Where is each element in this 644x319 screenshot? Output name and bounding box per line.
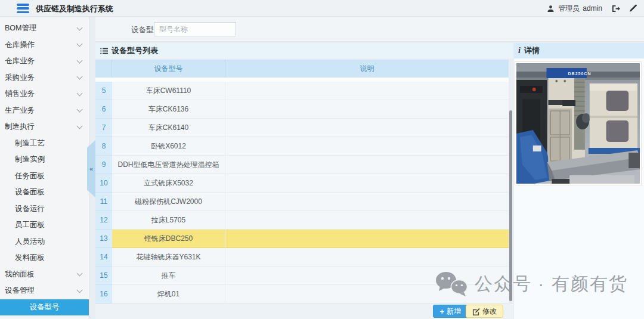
table-row[interactable]: 9 DDH型低电压管道热处理温控箱 [95,156,509,174]
user-icon [546,4,555,13]
table-scrollbar-track[interactable] [509,60,513,304]
list-icon [100,48,108,54]
sidebar-collapse-handle[interactable]: « [87,140,95,197]
add-button[interactable]: + 新增 [433,305,467,318]
sidebar-item-device-model-active[interactable]: 设备型号 [0,299,89,315]
chevron-down-icon [78,107,82,112]
detail-title: 详情 [524,45,540,56]
column-header-model[interactable]: 设备型号 [112,60,225,78]
sidebar-item-mfg-execution[interactable]: 制造执行 [0,119,89,135]
top-bar: 供应链及制造执行系统 管理员 admin [0,0,644,17]
table-row[interactable]: 12 拉床L5705 [95,211,509,230]
chevron-down-icon [78,42,82,46]
table-header-gap [95,78,509,82]
list-title: 设备型号列表 [112,45,158,56]
app-title: 供应链及制造执行系统 [36,4,113,14]
table-scrollbar-thumb[interactable] [509,110,512,301]
sidebar-item-mfg-instance[interactable]: 制造实例 [0,151,89,168]
detail-panel: i 详情 [514,43,644,319]
sidebar-item-production[interactable]: 生产业务 [0,103,89,119]
machine-model-label: DB250CN [550,72,609,76]
sidebar-item-staff-panel[interactable]: 员工面板 [0,217,89,234]
sidebar-item-my-panel[interactable]: 我的面板 [0,267,89,283]
machine-photo-illustration [516,63,640,184]
sidebar-item-personnel-activity[interactable]: 人员活动 [0,234,89,250]
sidebar-item-warehouse-biz[interactable]: 仓库业务 [0,53,89,70]
chevron-down-icon [78,288,82,292]
model-name-input[interactable] [154,22,236,36]
menu-toggle-icon[interactable] [17,4,29,13]
action-footer: + 新增 修改 [95,304,513,319]
detail-panel-header: i 详情 [514,43,644,58]
column-header-desc[interactable]: 说明 [225,60,509,78]
sidebar: BOM管理 仓库操作 仓库业务 采购业务 销售业务 生产业务 制造执行 制造工艺… [0,17,89,319]
table-row[interactable]: 10 立式铣床X5032 [95,174,509,193]
table-row[interactable]: 8 卧铣X6012 [95,137,509,156]
table-row[interactable]: 11 磁粉探伤机CJW2000 [95,193,509,211]
sidebar-item-device-mgmt[interactable]: 设备管理 [0,283,89,299]
sidebar-item-bom[interactable]: BOM管理 [0,20,89,37]
list-header: 设备型号列表 [95,43,513,58]
table-row[interactable]: 7 车床CK6140 [95,119,509,137]
edit-pencil-icon[interactable] [628,4,638,13]
sidebar-item-device-panel[interactable]: 设备面板 [0,184,89,201]
edit-button[interactable]: 修改 [466,305,503,318]
user-role: 管理员 [558,4,580,14]
table-row[interactable]: 6 车床CK6136 [95,100,509,119]
table-row[interactable]: 14 花键轴铣床器Y631K [95,248,509,267]
edit-square-icon [472,308,480,315]
sidebar-item-material-panel[interactable]: 发料面板 [0,250,89,267]
sidebar-item-sales[interactable]: 销售业务 [0,86,89,103]
chevron-down-icon [78,75,82,79]
sidebar-item-warehouse-ops[interactable]: 仓库操作 [0,37,89,54]
plus-icon: + [439,307,444,316]
sidebar-item-task-panel[interactable]: 任务面板 [0,168,89,185]
chevron-down-icon [78,271,82,275]
device-photo: DB250CN [515,61,642,185]
sidebar-item-purchase[interactable]: 采购业务 [0,70,89,86]
chevron-down-icon [78,26,82,30]
table-row[interactable]: 5 车床CW61110 [95,82,509,100]
filter-bar: 设备型号: [95,17,644,42]
table-row[interactable]: 15 推车 [95,267,509,285]
table-header-row: 设备型号 说明 [95,60,509,78]
info-icon: i [518,46,521,55]
table-row[interactable]: 16 焊机01 [95,285,509,303]
logout-icon[interactable] [611,4,620,13]
user-name: admin [583,4,602,13]
chevron-down-icon [78,58,82,63]
table-row-selected[interactable]: 13 镗铣床DBC250 [95,230,509,248]
chevron-down-icon [78,91,82,95]
user-chip[interactable]: 管理员 admin [546,4,602,14]
device-model-table: 5 车床CW61110 6 车床CK6136 7 车床CK6140 8 卧铣X6… [95,82,509,303]
chevron-down-icon [78,124,82,128]
column-header-index [95,60,112,78]
sidebar-item-mfg-process[interactable]: 制造工艺 [0,135,89,152]
sidebar-item-device-running[interactable]: 设备运行 [0,201,89,218]
